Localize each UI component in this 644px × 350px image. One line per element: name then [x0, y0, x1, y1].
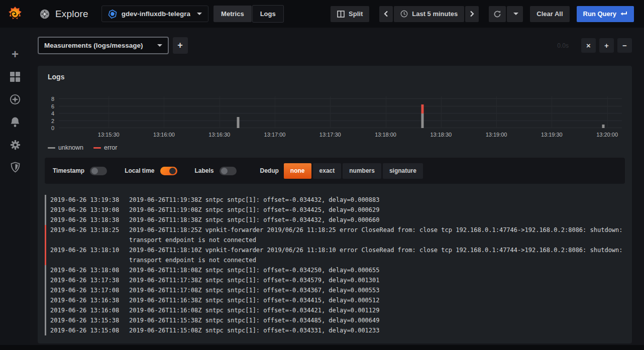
log-message: 2019-06-26T11:18:38Z sntpc sntpc[1]: off…: [129, 215, 625, 225]
x-gridline: [496, 96, 497, 128]
chart-legend: unknownerror: [48, 144, 625, 151]
clear-all-button[interactable]: Clear All: [530, 6, 569, 22]
plus-icon: +: [12, 49, 19, 59]
local-time-toggle[interactable]: [160, 167, 177, 175]
time-range-button[interactable]: Last 5 minutes: [394, 6, 464, 22]
log-timestamp: 2019-06-26 13:16:08: [50, 305, 121, 315]
log-row[interactable]: 2019-06-26 13:15:382019-06-26T11:15:38Z …: [45, 315, 625, 325]
shield-icon: [11, 162, 20, 173]
tab-logs[interactable]: Logs: [253, 6, 283, 22]
labels-toggle[interactable]: [220, 167, 237, 175]
window-bottom-strip: [0, 345, 644, 350]
log-timestamp: 2019-06-26 13:16:38: [50, 295, 121, 305]
log-row[interactable]: 2019-06-26 13:19:082019-06-26T11:19:08Z …: [45, 205, 625, 215]
tab-metrics[interactable]: Metrics: [213, 6, 252, 22]
histogram-bar-unknown[interactable]: [421, 113, 424, 128]
legend-item[interactable]: error: [93, 144, 117, 151]
y-gridline: [59, 121, 622, 121]
grafana-logo[interactable]: [0, 0, 30, 28]
log-timestamp: 2019-06-26 13:18:10: [50, 245, 121, 265]
measurements-label: Measurements (logs/message): [44, 42, 143, 49]
add-query-row-button[interactable]: +: [599, 38, 614, 53]
histogram-bar-unknown[interactable]: [237, 117, 239, 128]
query-editor-row: Measurements (logs/message) + 0.0s × + −: [38, 37, 632, 54]
log-row[interactable]: 2019-06-26 13:18:382019-06-26T11:18:38Z …: [45, 215, 625, 225]
log-row[interactable]: 2019-06-26 13:16:382019-06-26T11:16:38Z …: [45, 295, 625, 305]
x-axis-tick-label: 13:16:30: [208, 132, 230, 138]
log-display-controls: Timestamp Local time Labels Dedup noneex…: [45, 158, 625, 184]
clock-icon: [400, 10, 408, 18]
chevron-down-icon: [513, 13, 518, 15]
legend-swatch: [93, 147, 101, 149]
local-time-toggle-group: Local time: [125, 167, 177, 175]
log-row[interactable]: 2019-06-26 13:19:382019-06-26T11:19:38Z …: [45, 195, 625, 205]
legend-item[interactable]: unknown: [48, 144, 83, 151]
dedup-option-exact[interactable]: exact: [313, 163, 342, 179]
split-label: Split: [349, 10, 363, 18]
gear-icon: [10, 140, 21, 150]
sidebar-item-create[interactable]: +: [10, 49, 21, 60]
x-axis-tick-label: 13:19:30: [541, 132, 563, 138]
collapse-query-button[interactable]: −: [617, 38, 632, 53]
chevron-down-icon: [157, 44, 162, 47]
log-row[interactable]: 2019-06-26 13:18:082019-06-26T11:18:08Z …: [45, 265, 625, 275]
log-message: 2019-06-26T11:16:08Z sntpc sntpc[1]: off…: [129, 305, 625, 315]
dedup-option-none[interactable]: none: [284, 163, 311, 179]
datasource-name: gdev-influxdb-telegra: [122, 10, 190, 18]
refresh-icon: [493, 10, 501, 18]
log-message: 2019-06-26T11:17:08Z sntpc sntpc[1]: off…: [129, 285, 625, 295]
enter-return-icon: [620, 11, 627, 17]
sidebar-item-configuration[interactable]: [10, 139, 21, 150]
explore-content: Measurements (logs/message) + 0.0s × + −…: [30, 28, 644, 343]
log-row[interactable]: 2019-06-26 13:17:382019-06-26T11:17:38Z …: [45, 275, 625, 285]
timestamp-toggle-group: Timestamp: [53, 167, 107, 175]
explore-compass-icon: [39, 9, 50, 20]
sidebar-item-alerting[interactable]: [10, 116, 21, 128]
time-range-label: Last 5 minutes: [412, 10, 458, 18]
influxdb-icon: [108, 10, 117, 19]
log-message: 2019-06-26T11:17:38Z sntpc sntpc[1]: off…: [129, 275, 625, 285]
log-row[interactable]: 2019-06-26 13:18:252019-06-26T11:18:25Z …: [45, 225, 625, 245]
x-gridline: [386, 96, 386, 128]
sidebar-item-dashboards[interactable]: [10, 71, 21, 82]
compass-icon: [10, 94, 21, 105]
local-time-toggle-label: Local time: [125, 167, 154, 174]
measurements-dropdown[interactable]: Measurements (logs/message): [38, 37, 169, 54]
chevron-down-icon: [197, 13, 202, 15]
log-row[interactable]: 2019-06-26 13:16:082019-06-26T11:16:08Z …: [45, 305, 625, 315]
x-axis-tick-label: 13:20:00: [596, 132, 618, 138]
logs-panel: Logs 0246813:15:3013:16:0013:16:3013:17:…: [38, 66, 632, 343]
run-query-button[interactable]: Run Query: [577, 6, 634, 22]
timestamp-toggle[interactable]: [90, 167, 107, 175]
split-button[interactable]: Split: [331, 6, 369, 22]
labels-toggle-group: Labels: [195, 167, 237, 175]
histogram-bar-error[interactable]: [421, 104, 424, 113]
time-shift-back-button[interactable]: [379, 6, 393, 22]
refresh-button[interactable]: [489, 6, 506, 22]
sidebar-item-server-admin[interactable]: [10, 162, 21, 173]
log-rows-list: 2019-06-26 13:19:382019-06-26T11:19:38Z …: [45, 195, 625, 335]
time-shift-forward-button[interactable]: [465, 6, 479, 22]
dashboards-icon: [10, 72, 20, 82]
dedup-option-numbers[interactable]: numbers: [343, 163, 381, 179]
remove-query-button[interactable]: ×: [581, 38, 596, 53]
bell-icon: [10, 116, 20, 128]
histogram-bar-unknown[interactable]: [602, 125, 605, 128]
log-row[interactable]: 2019-06-26 13:17:082019-06-26T11:17:08Z …: [45, 285, 625, 295]
logs-histogram[interactable]: 0246813:15:3013:16:0013:16:3013:17:0013:…: [59, 96, 622, 128]
run-query-label: Run Query: [583, 10, 616, 18]
dedup-option-signature[interactable]: signature: [383, 163, 423, 179]
log-row[interactable]: 2019-06-26 13:15:082019-06-26T11:15:08Z …: [45, 325, 625, 335]
add-field-button[interactable]: +: [173, 37, 188, 54]
x-gridline: [275, 96, 275, 128]
log-row[interactable]: 2019-06-26 13:18:102019-06-26T11:18:10Z …: [45, 245, 625, 265]
side-menu: +: [0, 28, 30, 350]
x-gridline: [220, 96, 220, 128]
refresh-interval-dropdown[interactable]: [507, 6, 523, 22]
x-axis-tick-label: 13:16:00: [153, 132, 175, 138]
datasource-picker[interactable]: gdev-influxdb-telegra: [101, 6, 208, 22]
log-timestamp: 2019-06-26 13:18:38: [50, 215, 121, 225]
top-navbar: Explore gdev-influxdb-telegra Metrics Lo…: [0, 0, 644, 28]
log-timestamp: 2019-06-26 13:18:25: [50, 225, 121, 245]
sidebar-item-explore[interactable]: [10, 94, 21, 105]
